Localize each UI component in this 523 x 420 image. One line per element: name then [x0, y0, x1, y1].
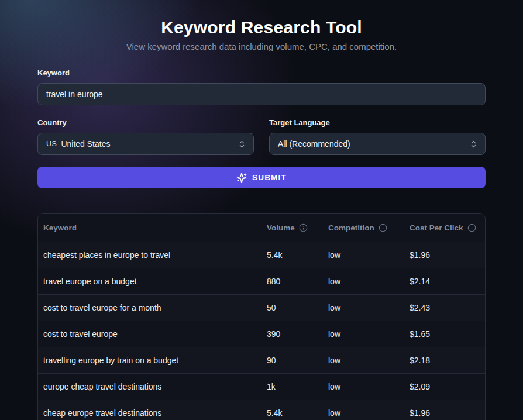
table-row[interactable]: travel europe on a budget 880 low $2.14	[38, 268, 485, 294]
chevrons-up-down-icon	[238, 140, 246, 149]
language-select[interactable]: All (Recommended)	[269, 133, 486, 155]
competition-cell: low	[323, 382, 404, 391]
cpc-cell: $1.96	[404, 250, 486, 260]
volume-cell: 390	[262, 329, 323, 339]
column-header-label: Volume	[267, 223, 295, 232]
keyword-cell: cheapest places in europe to travel	[38, 250, 262, 260]
main-container: Keyword Research Tool View keyword resea…	[37, 0, 486, 420]
volume-cell: 5.4k	[262, 408, 323, 418]
info-icon[interactable]	[299, 223, 308, 232]
column-header-volume: Volume	[262, 223, 323, 232]
info-icon[interactable]	[379, 223, 387, 232]
keyword-cell: europe cheap travel destinations	[38, 382, 262, 391]
keyword-cell: cheap europe travel destinations	[38, 408, 262, 418]
column-header-label: Cost Per Click	[410, 223, 463, 232]
cpc-cell: $2.14	[404, 277, 486, 286]
competition-cell: low	[323, 408, 404, 418]
keyword-cell: cost to travel europe	[38, 329, 262, 339]
table-body: cheapest places in europe to travel 5.4k…	[38, 242, 485, 420]
cpc-cell: $1.96	[404, 408, 486, 418]
column-header-keyword: Keyword	[38, 223, 262, 232]
submit-button[interactable]: SUBMIT	[37, 167, 486, 188]
volume-cell: 90	[262, 356, 323, 365]
cpc-cell: $2.18	[404, 356, 486, 365]
competition-cell: low	[323, 277, 404, 286]
keyword-input[interactable]	[37, 83, 486, 105]
table-row[interactable]: europe cheap travel destinations 1k low …	[38, 373, 485, 400]
keyword-label: Keyword	[37, 68, 486, 77]
table-row[interactable]: cost to travel europe 390 low $1.65	[38, 321, 485, 347]
chevrons-up-down-icon	[469, 140, 478, 149]
keyword-cell: travelling europe by train on a budget	[38, 356, 262, 365]
column-header-competition: Competition	[323, 223, 404, 232]
page-subtitle: View keyword research data including vol…	[37, 42, 486, 51]
table-row[interactable]: cheap europe travel destinations 5.4k lo…	[38, 400, 485, 420]
cpc-cell: $2.09	[404, 382, 486, 391]
competition-cell: low	[323, 303, 404, 312]
country-label: Country	[37, 118, 254, 127]
page-title: Keyword Research Tool	[37, 0, 486, 37]
results-table: Keyword Volume Competition Cost Per Clic…	[37, 213, 486, 420]
info-icon[interactable]	[467, 223, 476, 232]
cpc-cell: $2.43	[404, 303, 486, 312]
country-flag: US	[46, 140, 57, 148]
keyword-cell: travel europe on a budget	[38, 277, 262, 286]
volume-cell: 50	[262, 303, 323, 312]
submit-button-label: SUBMIT	[252, 173, 287, 182]
column-header-label: Keyword	[43, 223, 77, 232]
sparkles-icon	[236, 173, 247, 183]
keyword-cell: cost to travel europe for a month	[38, 303, 262, 312]
country-selected-value: United States	[61, 139, 238, 149]
competition-cell: low	[323, 329, 404, 339]
competition-cell: low	[323, 250, 404, 260]
volume-cell: 880	[262, 277, 323, 286]
language-selected-value: All (Recommended)	[278, 139, 469, 149]
competition-cell: low	[323, 356, 404, 365]
cpc-cell: $1.65	[404, 329, 486, 339]
column-header-label: Competition	[328, 223, 374, 232]
volume-cell: 1k	[262, 382, 323, 391]
column-header-cpc: Cost Per Click	[404, 223, 486, 232]
volume-cell: 5.4k	[262, 250, 323, 260]
table-header-row: Keyword Volume Competition Cost Per Clic…	[38, 214, 485, 242]
keyword-research-form: Keyword Country US United States Target …	[37, 68, 486, 188]
country-select[interactable]: US United States	[37, 133, 254, 155]
table-row[interactable]: travelling europe by train on a budget 9…	[38, 347, 485, 373]
table-row[interactable]: cheapest places in europe to travel 5.4k…	[38, 242, 485, 268]
table-row[interactable]: cost to travel europe for a month 50 low…	[38, 294, 485, 321]
language-label: Target Language	[269, 118, 486, 127]
